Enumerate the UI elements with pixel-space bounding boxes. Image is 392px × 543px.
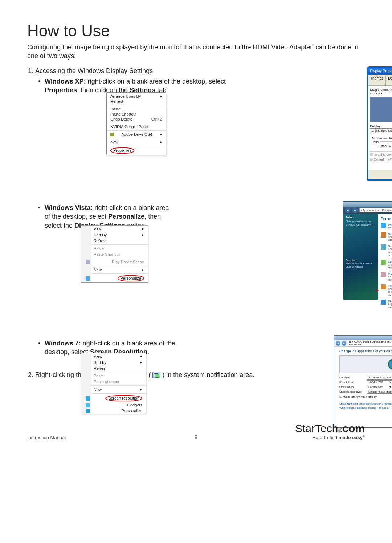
ctx-personalize[interactable]: Personalize bbox=[91, 275, 148, 282]
what-settings-link[interactable]: What display settings should I choose? bbox=[339, 406, 392, 409]
ctx-adobe-drive[interactable]: Adobe Drive CS4▶ bbox=[110, 132, 162, 137]
forward-button[interactable]: ► bbox=[352, 207, 358, 213]
multiple-displays-select[interactable]: Extend these displays▾ bbox=[367, 390, 392, 394]
tagline-1: Hard-to-find bbox=[312, 435, 338, 440]
xp-b1: Properties bbox=[45, 86, 77, 94]
xp-display-properties-dialog: Display Properties ?✕ Themes Desktop Scr… bbox=[367, 66, 392, 181]
display-settings-icon bbox=[381, 300, 386, 305]
less-label: Less bbox=[372, 140, 379, 144]
dialog-instruction: Drag the monitor icons to match the phys… bbox=[370, 88, 392, 95]
w7-t2: . bbox=[147, 348, 149, 356]
ctx-play-dreamscene: Play DreamScene bbox=[91, 259, 148, 265]
ctx-properties[interactable]: Properties bbox=[110, 147, 162, 154]
window-color-icon bbox=[381, 223, 386, 228]
ctx-new[interactable]: New▸ bbox=[91, 267, 148, 273]
main-display-checkbox[interactable]: ☐ Make this my main display bbox=[339, 395, 377, 401]
ctx-view[interactable]: View▸ bbox=[91, 226, 148, 232]
ctx-undo-shortcut: Ctrl+Z bbox=[151, 117, 162, 121]
brand-dot-icon bbox=[338, 428, 342, 432]
step-1: Accessing the Windows Display Settings W… bbox=[35, 67, 365, 357]
orientation-select[interactable]: Landscape▾ bbox=[367, 385, 392, 389]
footer-left: Instruction Manual bbox=[27, 435, 66, 440]
vista-b1: Personalize bbox=[108, 213, 144, 220]
item-desktop-background[interactable]: Desktop BackgroundChoose from available … bbox=[381, 232, 392, 242]
main-heading: Personalize appearance and sounds bbox=[381, 217, 392, 221]
ctx-new[interactable]: New▶ bbox=[110, 139, 162, 145]
w7-context-menu: View▸ Sort by▸ Refresh Paste Paste short… bbox=[81, 353, 146, 414]
text-size-link[interactable]: Make text and other items larger or smal… bbox=[339, 402, 392, 405]
resolution-slider[interactable]: Less More bbox=[372, 140, 392, 144]
ctx-gadgets[interactable]: Gadgets bbox=[91, 402, 146, 408]
gadgets-icon bbox=[86, 403, 90, 407]
dialog-title: Display Properties bbox=[370, 69, 392, 73]
sidebar-adjust-font[interactable]: ⚙ Adjust font size (DPI) bbox=[346, 223, 376, 226]
item-theme[interactable]: ThemeChange the theme. Themes can change… bbox=[381, 284, 392, 297]
display-select[interactable]: 1. (Multiple Monitors) on NVIDIA Quadro … bbox=[370, 128, 392, 133]
tab-desktop[interactable]: Desktop bbox=[385, 75, 392, 85]
mouse-icon bbox=[381, 272, 386, 277]
ctx-sort-by[interactable]: Sort by▸ bbox=[91, 359, 146, 365]
item-display-settings[interactable]: Display SettingsAdjust your monitor reso… bbox=[381, 300, 392, 309]
chevron-right-icon: ▸ bbox=[140, 354, 142, 358]
ctx-sort-by[interactable]: Sort By▸ bbox=[91, 232, 148, 238]
ctx-new[interactable]: New▸ bbox=[91, 386, 146, 393]
item-window-color[interactable]: Window Color and AppearanceFine tune the… bbox=[381, 223, 392, 229]
w7-label: Windows 7: bbox=[45, 340, 81, 347]
monitor-arrangement[interactable]: ↓ 1 2 Primary Display bbox=[370, 97, 392, 122]
ctx-refresh[interactable]: Refresh bbox=[91, 238, 148, 244]
ctx-view[interactable]: View▸ bbox=[91, 353, 146, 359]
ctx-paste[interactable]: Paste bbox=[110, 106, 162, 112]
chevron-right-icon: ▸ bbox=[140, 387, 142, 392]
dialog-tabs: Themes Desktop Screen Saver Appearance S… bbox=[368, 75, 392, 86]
desktop-bg-icon bbox=[381, 232, 386, 238]
adobe-icon bbox=[110, 133, 114, 136]
item-mouse-pointers[interactable]: Mouse PointersPick a different mouse poi… bbox=[381, 272, 392, 281]
ctx-screen-resolution[interactable]: Screen resolution bbox=[91, 394, 146, 402]
vista-context-menu: View▸ Sort By▸ Refresh Paste Paste Short… bbox=[81, 225, 148, 283]
ctx-personalize[interactable]: Personalize bbox=[91, 408, 146, 414]
ctx-paste-shortcut: Paste shortcut bbox=[91, 379, 146, 385]
sidebar-change-icons[interactable]: Change desktop icons bbox=[346, 220, 376, 223]
vista-label: Windows Vista: bbox=[45, 204, 93, 211]
display-label: Display: bbox=[339, 376, 365, 379]
sidebar-taskbar[interactable]: Taskbar and Start Menu bbox=[346, 262, 376, 265]
personalize-icon bbox=[86, 409, 90, 413]
breadcrumb[interactable]: « Appearance and Personalization ▸ Perso… bbox=[359, 208, 392, 212]
ctx-nvidia[interactable]: NVIDIA Control Panel bbox=[110, 124, 162, 129]
forward-button[interactable]: ► bbox=[342, 341, 347, 346]
item-sounds[interactable]: SoundsChange which sounds are heard when… bbox=[381, 260, 392, 270]
ctx-refresh[interactable]: Refresh bbox=[91, 365, 146, 371]
vista-section: Windows Vista: right-click on a blank ar… bbox=[45, 203, 365, 230]
screen-res-icon bbox=[86, 396, 90, 401]
breadcrumb[interactable]: 🖥 ▸ Control Panel ▸ Appearance and Perso… bbox=[348, 340, 392, 347]
extend-desktop-checkbox[interactable]: ☑ Extend my Windows desktop onto this mo… bbox=[370, 158, 392, 161]
ctx-undo-delete[interactable]: Undo DeleteCtrl+Z bbox=[110, 117, 162, 122]
page-number: 8 bbox=[195, 434, 197, 440]
tab-themes[interactable]: Themes bbox=[368, 75, 386, 85]
chevron-down-icon: ▾ bbox=[389, 381, 391, 384]
multiple-displays-label: Multiple displays: bbox=[339, 390, 365, 393]
item-screen-saver[interactable]: Screen SaverChange your screen saver or … bbox=[381, 244, 392, 257]
monitor-1[interactable]: 1 bbox=[388, 359, 392, 370]
ctx-refresh[interactable]: Refresh bbox=[110, 99, 162, 104]
chevron-right-icon: ▶ bbox=[160, 133, 162, 136]
sidebar-ease-access[interactable]: Ease of Access bbox=[346, 266, 376, 268]
primary-monitor-checkbox[interactable]: ☑ Use this device as the primary monitor… bbox=[370, 153, 392, 157]
brand-name-1: StarTech bbox=[295, 422, 338, 434]
resolution-label: Resolution: bbox=[339, 381, 365, 384]
sidebar: Tasks Change desktop icons ⚙ Adjust font… bbox=[343, 214, 378, 300]
xp-context-menu: Arrange Icons By▶ Refresh Paste Paste Sh… bbox=[106, 92, 166, 155]
ctx-paste-shortcut[interactable]: Paste Shortcut bbox=[110, 112, 162, 117]
step-2-text-b: ) in the system notification area. bbox=[162, 371, 254, 378]
ctx-arrange-icons[interactable]: Arrange Icons By▶ bbox=[110, 94, 162, 99]
resolution-select[interactable]: 1024 × 768▾ bbox=[367, 380, 392, 384]
display-select[interactable]: 2. Generic Non-PnP Monitor▾ bbox=[367, 376, 392, 380]
tasks-heading: Tasks bbox=[346, 216, 376, 219]
back-button[interactable]: ◄ bbox=[345, 207, 351, 213]
monitor-arrangement[interactable]: 1 2 Detect Identify bbox=[339, 355, 392, 373]
ctx-paste: Paste bbox=[91, 246, 148, 251]
theme-icon bbox=[381, 284, 386, 289]
back-button[interactable]: ◄ bbox=[336, 341, 340, 346]
page-footer: Instruction Manual 8 StarTechcom Hard-to… bbox=[27, 422, 365, 440]
page-title: How to Use bbox=[27, 22, 365, 40]
